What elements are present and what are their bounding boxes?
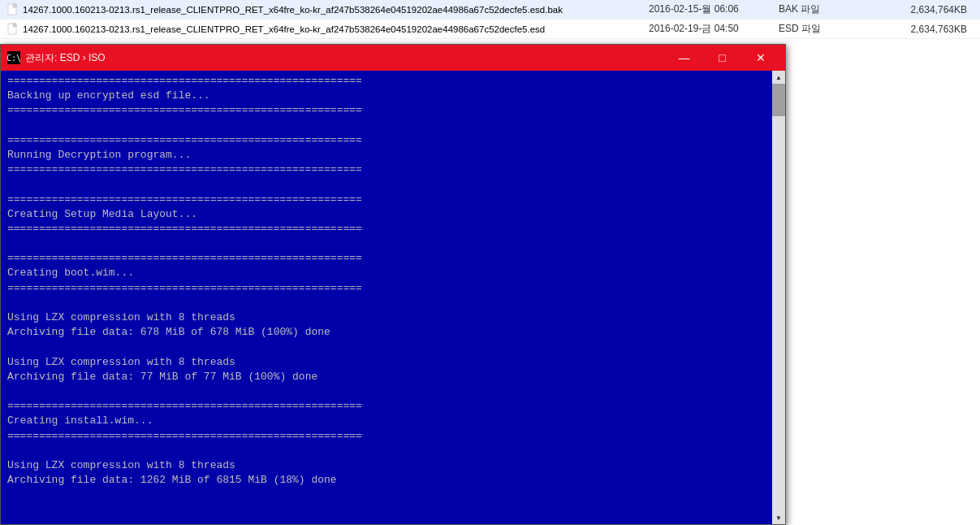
file-row[interactable]: 14267.1000.160213-0213.rs1_release_CLIEN… (0, 20, 980, 39)
file-name-col: 14267.1000.160213-0213.rs1_release_CLIEN… (6, 23, 649, 36)
minimize-button[interactable]: — (666, 45, 702, 71)
maximize-button[interactable]: □ (704, 45, 740, 71)
terminal-body: ========================================… (1, 71, 785, 524)
file-date: 2016-02-15-월 06:06 (649, 2, 779, 16)
terminal-content: ========================================… (7, 74, 779, 488)
file-type: BAK 파일 (779, 2, 876, 16)
scrollbar[interactable]: ▲ ▼ (772, 71, 785, 524)
terminal-window: C:\ 관리자: ESD › ISO — □ ✕ ===============… (0, 44, 786, 525)
scroll-down-arrow[interactable]: ▼ (772, 511, 785, 524)
terminal-icon: C:\ (7, 51, 20, 64)
file-type: ESD 파일 (779, 22, 876, 36)
file-name-text: 14267.1000.160213-0213.rs1_release_CLIEN… (23, 24, 545, 34)
file-icon (6, 3, 19, 16)
file-name-col: 14267.1000.160213-0213.rs1_release_CLIEN… (6, 3, 649, 16)
scroll-up-arrow[interactable]: ▲ (772, 71, 785, 84)
terminal-titlebar: C:\ 관리자: ESD › ISO — □ ✕ (1, 45, 785, 71)
terminal-title: 관리자: ESD › ISO (25, 51, 666, 65)
terminal-controls: — □ ✕ (666, 45, 779, 71)
close-button[interactable]: ✕ (742, 45, 779, 71)
file-date: 2016-02-19-금 04:50 (649, 22, 779, 36)
file-icon (6, 23, 19, 36)
scrollbar-thumb[interactable] (772, 84, 785, 116)
file-size: 2,634,764KB (876, 4, 974, 15)
file-row[interactable]: 14267.1000.160213-0213.rs1_release_CLIEN… (0, 0, 980, 20)
file-name-text: 14267.1000.160213-0213.rs1_release_CLIEN… (23, 5, 563, 15)
file-size: 2,634,763KB (876, 24, 974, 35)
scrollbar-track[interactable] (772, 84, 785, 511)
